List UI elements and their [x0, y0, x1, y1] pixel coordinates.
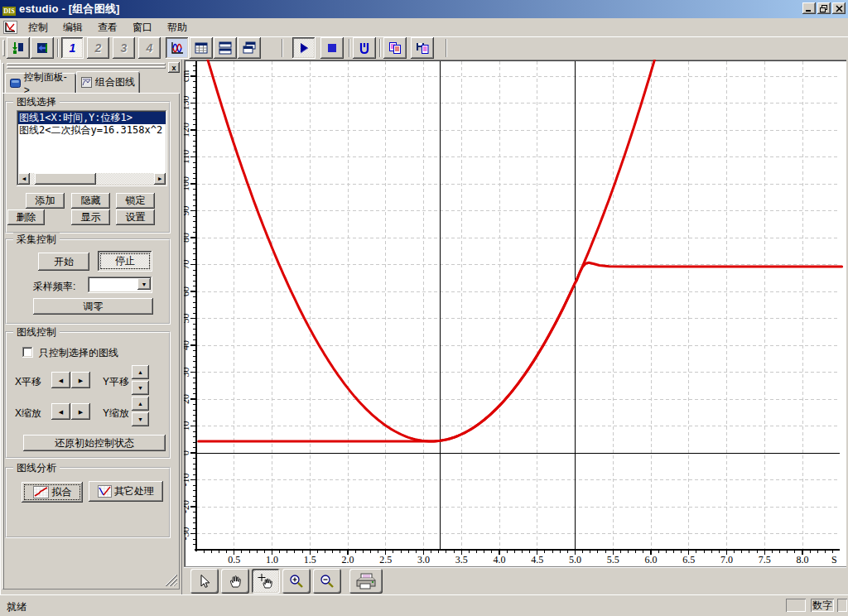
list-item-curve1[interactable]: 图线1<X:时间,Y:位移1>: [18, 112, 166, 124]
tile-horizontal-button[interactable]: [214, 37, 237, 59]
y-pan-down-button[interactable]: ▼: [132, 381, 149, 395]
svg-text:3.0: 3.0: [417, 554, 430, 565]
close-button[interactable]: [832, 2, 846, 14]
other-processing-label: 其它处理: [114, 484, 154, 498]
other-processing-button[interactable]: 其它处理: [89, 481, 163, 502]
save-image-button[interactable]: [411, 37, 434, 59]
zoom-out-icon: [320, 574, 335, 589]
reset-view-button[interactable]: 还原初始控制状态: [23, 435, 166, 451]
panel-top-grip[interactable]: [7, 63, 166, 65]
stop-button[interactable]: [320, 37, 344, 59]
x-zoom-label: X缩放: [15, 407, 41, 421]
print-button[interactable]: [349, 569, 383, 594]
fit-icon: [33, 486, 49, 498]
curve-listbox[interactable]: 图线1<X:时间,Y:位移1> 图线2<二次拟合y=16.3158x^2 ◀ ▶: [17, 110, 167, 186]
svg-text:1.0: 1.0: [266, 554, 278, 565]
menu-edit[interactable]: 编辑: [55, 20, 90, 35]
play-button[interactable]: [292, 37, 316, 59]
menu-window[interactable]: 窗口: [125, 20, 160, 35]
view-1-button[interactable]: 1: [61, 37, 84, 59]
only-selected-checkbox[interactable]: [22, 347, 33, 358]
svg-text:4.5: 4.5: [531, 554, 543, 565]
view-4-button[interactable]: 4: [138, 37, 161, 59]
minimize-button[interactable]: [802, 2, 816, 14]
x-pan-right-button[interactable]: ▶: [71, 372, 90, 388]
plot-canvas[interactable]: 0.51.01.52.02.53.03.54.04.55.05.56.06.57…: [184, 60, 846, 566]
sample-rate-combobox[interactable]: ▼: [88, 277, 152, 293]
title-bar: DIS estudio - [组合图线]: [0, 0, 848, 18]
x-pan-left-button[interactable]: ◀: [51, 372, 70, 388]
table-view-button[interactable]: [190, 37, 213, 59]
only-selected-label: 只控制选择的图线: [39, 346, 118, 360]
svg-text:50: 50: [184, 314, 191, 324]
exit-icon: [36, 41, 49, 55]
restore-button[interactable]: [817, 2, 831, 14]
show-curve-button[interactable]: 显示: [71, 209, 110, 225]
group-title: 采集控制: [13, 233, 60, 247]
svg-text:-10: -10: [184, 474, 191, 487]
list-horizontal-scrollbar[interactable]: ◀ ▶: [18, 173, 166, 185]
tab-control-panel[interactable]: 控制面板->: [5, 73, 76, 93]
stop-icon: [327, 43, 337, 53]
y-pan-up-button[interactable]: ▲: [132, 365, 149, 379]
svg-text:110: 110: [184, 150, 191, 165]
control-dock-panel: x 控制面板-> 组合图线 图线选择 图线1<X:时间,Y:位移1> 图线2<二…: [0, 60, 182, 594]
status-panel: [786, 599, 806, 612]
combobox-dropdown-button[interactable]: ▼: [137, 278, 151, 290]
view-3-button[interactable]: 3: [113, 37, 135, 59]
zoom-out-button[interactable]: [313, 569, 341, 594]
add-curve-button[interactable]: 添加: [26, 193, 65, 209]
menu-view[interactable]: 查看: [90, 20, 125, 35]
panel-top-grip[interactable]: [7, 66, 166, 69]
x-zoom-out-button[interactable]: ◀: [51, 403, 70, 420]
svg-text:6.0: 6.0: [645, 554, 658, 565]
scrollbar-thumb[interactable]: [35, 173, 96, 185]
lock-curve-button[interactable]: 锁定: [116, 193, 155, 209]
settings-curve-button[interactable]: 设置: [116, 209, 155, 225]
delete-curve-button[interactable]: 删除: [7, 209, 45, 225]
y-zoom-down-button[interactable]: ▼: [132, 412, 149, 426]
exit-button[interactable]: [31, 37, 54, 59]
curve-control-group: 图线控制 只控制选择的图线 X平移 ◀ ▶ Y平移 ▲ ▼ X缩放 ◀ ▶ Y缩…: [5, 331, 171, 459]
pan-cross-button[interactable]: [252, 569, 280, 594]
view-2-button[interactable]: 2: [87, 37, 109, 59]
svg-text:70: 70: [184, 260, 191, 270]
x-pan-label: X平移: [15, 375, 41, 389]
cascade-windows-button[interactable]: [238, 37, 261, 59]
menu-control[interactable]: 控制: [21, 20, 55, 35]
hide-curve-button[interactable]: 隐藏: [71, 193, 110, 209]
acquire-button[interactable]: [7, 37, 30, 59]
y-zoom-up-button[interactable]: ▲: [132, 397, 149, 411]
stop-acquire-button[interactable]: 停止: [98, 251, 152, 272]
zero-adjust-button[interactable]: [353, 37, 376, 59]
scroll-left-button[interactable]: ◀: [18, 173, 30, 185]
panel-close-button[interactable]: x: [168, 62, 180, 73]
menu-help[interactable]: 帮助: [160, 20, 195, 35]
copy-button[interactable]: [383, 37, 407, 59]
x-zoom-in-button[interactable]: ▶: [71, 403, 90, 420]
toolbar-grip[interactable]: [2, 40, 5, 56]
svg-text:2.5: 2.5: [379, 554, 392, 565]
zoom-in-button[interactable]: [282, 569, 311, 594]
pan-hand-button[interactable]: [221, 569, 249, 594]
play-icon: [298, 42, 310, 54]
app-window: { "window": { "title": "estudio - [组合图线]…: [0, 0, 848, 616]
printer-icon: [355, 573, 377, 590]
zoom-in-icon: [289, 574, 304, 589]
other-processing-icon: [98, 485, 112, 498]
fit-button[interactable]: 拟合: [22, 482, 83, 503]
chart-area: 0.51.01.52.02.53.03.54.04.55.05.56.06.57…: [184, 60, 846, 594]
tab-combined-graph[interactable]: 组合图线: [76, 71, 140, 93]
table-icon: [195, 42, 208, 54]
select-cursor-button[interactable]: [190, 569, 219, 594]
window-title: estudio - [组合图线]: [16, 2, 120, 17]
y-zoom-label: Y缩放: [103, 407, 129, 421]
svg-text:120: 120: [184, 123, 191, 137]
graph-view-button[interactable]: [166, 37, 189, 59]
list-item-curve2[interactable]: 图线2<二次拟合y=16.3158x^2: [18, 124, 166, 137]
panel-resize-grip[interactable]: [166, 575, 177, 586]
scroll-right-button[interactable]: ▶: [154, 173, 166, 185]
start-button[interactable]: 开始: [38, 253, 89, 271]
zero-calibrate-button[interactable]: 调零: [33, 298, 153, 315]
svg-text:8.0: 8.0: [797, 554, 809, 565]
